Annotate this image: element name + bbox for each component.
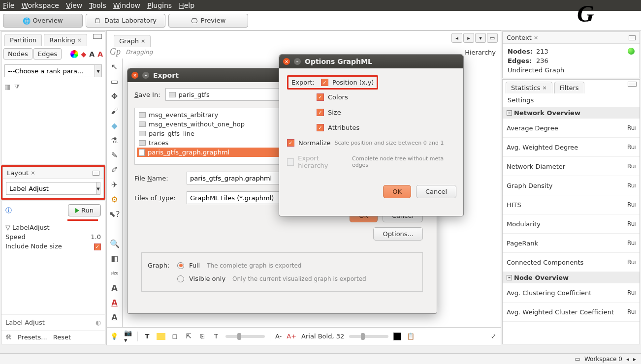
chevron-down-icon[interactable]: ▾ xyxy=(96,182,100,195)
cancel-button[interactable]: Cancel xyxy=(416,185,456,198)
close-icon[interactable]: × xyxy=(283,58,290,65)
close-icon[interactable]: × xyxy=(131,72,138,79)
run-stat-button[interactable]: Run xyxy=(625,143,636,152)
tab-overview[interactable]: 🌐Overview xyxy=(3,14,83,28)
collapse-icon[interactable]: – xyxy=(507,275,512,280)
label-a-icon[interactable]: A xyxy=(89,50,95,58)
label-color-icon[interactable]: A xyxy=(97,50,103,58)
info-icon[interactable]: ⓘ xyxy=(5,206,12,215)
tab-preview[interactable]: 🖵Preview xyxy=(168,14,248,28)
prev-workspace[interactable]: ◂ xyxy=(626,356,629,363)
run-stat-button[interactable]: Run xyxy=(625,162,636,171)
menu-workspace[interactable]: Workspace xyxy=(21,1,59,9)
highlight-icon[interactable] xyxy=(157,333,165,340)
font-name[interactable]: Arial Bold, 32 xyxy=(301,333,344,340)
close-icon[interactable]: × xyxy=(31,170,35,176)
nav-menu[interactable]: ▾ xyxy=(475,33,486,43)
run-stat-button[interactable]: Run xyxy=(625,181,636,190)
pen-icon[interactable]: ✐ xyxy=(110,165,120,175)
minimize-icon[interactable]: – xyxy=(294,58,301,65)
run-stat-button[interactable]: Run xyxy=(625,219,636,228)
contrast-icon[interactable]: ◧ xyxy=(110,253,120,263)
layout-select-input[interactable] xyxy=(6,182,96,195)
colors-checkbox[interactable]: ✓ xyxy=(317,93,324,101)
hierarchy-checkbox[interactable]: ✓ xyxy=(287,158,294,166)
nav-prev[interactable]: ◂ xyxy=(451,33,462,43)
tag-icon[interactable]: ⎘ xyxy=(198,332,207,341)
run-stat-button[interactable]: Run xyxy=(625,123,636,132)
diamond-icon[interactable]: ◆ xyxy=(110,121,120,130)
collapse-icon[interactable]: ▽ xyxy=(5,224,10,231)
brush-icon[interactable]: 🖌 xyxy=(110,106,120,116)
radio-full[interactable] xyxy=(177,262,184,269)
menu-help[interactable]: Help xyxy=(179,1,194,9)
run-stat-button[interactable]: Run xyxy=(625,239,636,247)
font-plus[interactable]: A+ xyxy=(287,333,296,340)
position-checkbox[interactable]: ✓ xyxy=(321,79,328,86)
next-workspace[interactable]: ▸ xyxy=(633,356,636,363)
node-label-icon[interactable]: ◻ xyxy=(170,332,179,341)
run-stat-button[interactable]: Run xyxy=(625,258,636,267)
run-stat-button[interactable]: Run xyxy=(625,288,636,297)
menu-view[interactable]: View xyxy=(66,1,82,9)
text-a-underline2-icon[interactable]: A xyxy=(110,312,120,322)
speed-value[interactable]: 1.0 xyxy=(91,233,101,241)
funnel-icon[interactable]: ⧩ xyxy=(14,83,20,91)
menu-tools[interactable]: Tools xyxy=(89,1,106,9)
workspace-icon[interactable]: ▭ xyxy=(575,356,580,363)
rect-select-icon[interactable]: ▭ xyxy=(110,76,120,86)
maximize-icon[interactable] xyxy=(93,34,102,39)
close-icon[interactable]: × xyxy=(542,85,546,91)
menu-window[interactable]: Window xyxy=(113,1,140,9)
cursor-help-icon[interactable]: ⬉? xyxy=(110,209,120,219)
subtab-nodes[interactable]: Nodes xyxy=(3,48,32,60)
attributes-icon[interactable]: 📋 xyxy=(406,332,415,341)
diamond-icon[interactable]: ◆ xyxy=(81,50,87,58)
zoom-icon[interactable]: 🔍 xyxy=(110,239,120,248)
bucket-icon[interactable]: ⚗ xyxy=(110,135,120,145)
subtab-edges[interactable]: Edges xyxy=(33,48,62,60)
layout-select[interactable]: ▾ xyxy=(6,182,100,195)
tab-filters[interactable]: Filters xyxy=(554,82,584,93)
collapse-icon[interactable]: – xyxy=(507,110,512,116)
radio-visible[interactable] xyxy=(177,275,184,282)
size-checkbox[interactable]: ✓ xyxy=(317,109,324,116)
text-tool-icon[interactable]: T xyxy=(212,332,221,341)
maximize-icon[interactable] xyxy=(628,82,637,87)
include-node-size-checkbox[interactable]: ✓ xyxy=(94,243,101,250)
maximize-icon[interactable]: ▭ xyxy=(487,33,498,43)
run-stat-button[interactable]: Run xyxy=(625,307,636,316)
font-minus[interactable]: A- xyxy=(275,333,282,340)
size-icon[interactable]: size xyxy=(110,268,120,278)
camera-icon[interactable]: 📷▾ xyxy=(124,332,132,341)
attributes-checkbox[interactable]: ✓ xyxy=(317,124,324,131)
run-stat-button[interactable]: Run xyxy=(625,200,636,209)
font-slider[interactable] xyxy=(349,335,388,338)
normalize-checkbox[interactable]: ✓ xyxy=(287,139,294,147)
maximize-icon[interactable] xyxy=(93,171,99,176)
close-icon[interactable]: × xyxy=(534,34,538,41)
move-icon[interactable]: ✥ xyxy=(110,91,120,101)
options-button[interactable]: Options... xyxy=(373,227,423,241)
workspace-label[interactable]: Workspace 0 xyxy=(584,356,622,363)
hierarchy-toggle[interactable]: Hierarchy xyxy=(465,49,496,56)
minimize-icon[interactable]: – xyxy=(142,72,149,79)
maximize-icon[interactable] xyxy=(629,35,636,40)
close-icon[interactable]: × xyxy=(141,38,145,44)
gear-icon[interactable]: ⚙ xyxy=(110,194,120,204)
presets-link[interactable]: Presets... xyxy=(18,334,47,341)
run-button[interactable]: Run xyxy=(68,204,101,216)
ok-button[interactable]: OK xyxy=(383,185,411,198)
rank-parameter-select[interactable]: ▾ xyxy=(4,64,102,77)
pencil-icon[interactable]: ✎ xyxy=(110,150,120,160)
color-swatch[interactable] xyxy=(393,333,401,340)
tab-graph[interactable]: Graph× xyxy=(114,35,151,47)
wrench-icon[interactable]: 🛠 xyxy=(5,334,12,341)
menu-file[interactable]: File xyxy=(3,1,14,9)
text-bold-icon[interactable]: T xyxy=(143,332,152,341)
tab-ranking[interactable]: Ranking× xyxy=(44,34,87,46)
help-icon[interactable]: ◐ xyxy=(96,319,101,326)
close-icon[interactable]: × xyxy=(77,37,82,43)
pointer-icon[interactable]: ↖ xyxy=(110,61,120,71)
rank-parameter-input[interactable] xyxy=(4,64,95,77)
